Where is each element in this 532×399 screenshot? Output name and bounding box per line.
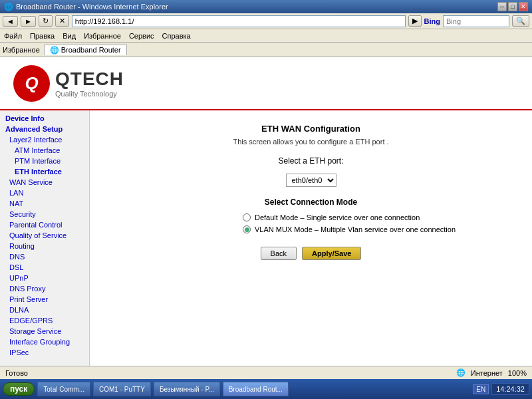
taskbar-putty[interactable]: COM1 - PuTTY [93,382,151,396]
eth-port-row: Select a ETH port: [110,156,512,166]
menu-tools[interactable]: Сервис [129,32,154,40]
tab-label: Broadband Router [61,46,121,54]
sidebar-item-dsl[interactable]: DSL [0,262,89,273]
radio-default-label: Default Mode – Single service over one c… [255,213,420,221]
zone-icon: 🌐 [456,368,466,377]
menu-edit[interactable]: Правка [30,32,55,40]
sidebar-item-parental-control[interactable]: Parental Control [0,219,89,230]
sidebar-item-routing[interactable]: Routing [0,241,89,251]
sidebar-item-advanced-setup[interactable]: Advanced Setup [0,124,89,134]
sidebar-item-layer2-interface[interactable]: Layer2 Interface [0,134,89,145]
eth-port-label: Select a ETH port: [278,156,343,166]
radio-default-icon[interactable] [243,213,251,221]
sidebar-item-device-info[interactable]: Device Info [0,113,89,124]
start-button[interactable]: пуск [3,382,35,396]
search-input[interactable] [443,15,509,27]
go-button[interactable]: ▶ [408,15,422,27]
minimize-button[interactable]: ─ [497,2,507,11]
bookmarks-label: Избранное [3,46,40,54]
main-layout: Device Info Advanced Setup Layer2 Interf… [0,110,532,379]
connection-mode-group: Default Mode – Single service over one c… [243,213,512,233]
taskbar-total-commander[interactable]: Total Comm... [37,382,90,396]
content-area: ETH WAN Configuration This screen allows… [90,110,532,379]
title-bar: 🌐 Broadband Router - Windows Internet Ex… [0,0,532,13]
back-nav-button[interactable]: ◄ [3,16,18,27]
eth-port-select[interactable]: eth0/eth0 eth0/eth1 eth1/eth0 [286,174,336,187]
bookmarks-bar: Избранное 🌐 Broadband Router [0,43,532,57]
content-title: ETH WAN Configuration [110,124,512,134]
sidebar-item-dns-proxy[interactable]: DNS Proxy [0,283,89,294]
company-subtitle: Quality Technology [55,90,124,98]
sidebar-item-nat[interactable]: NAT [0,198,89,209]
sidebar-item-security[interactable]: Security [0,209,89,219]
system-clock: 14:24:32 [491,383,529,395]
sidebar-item-ptm-interface[interactable]: PTM Interface [0,156,89,166]
sidebar-item-wan-service[interactable]: WAN Service [0,177,89,188]
title-bar-icon: 🌐 [4,3,13,11]
sidebar-item-dlna[interactable]: DLNA [0,305,89,315]
sidebar-item-lan[interactable]: LAN [0,188,89,198]
status-bar: Готово 🌐 Интернет 100% [0,366,532,379]
zoom-text: 100% [508,369,527,377]
search-button[interactable]: 🔍 [512,15,529,27]
sidebar-item-atm-interface[interactable]: ATM Interface [0,145,89,156]
sidebar-item-print-server[interactable]: Print Server [0,294,89,305]
status-text: Готово [5,369,28,377]
zone-text: Интернет [471,369,503,377]
radio-vlan-mux-mode[interactable]: VLAN MUX Mode – Multiple Vlan service ov… [243,225,456,233]
tab-icon: 🌐 [50,46,59,55]
sidebar-item-eth-interface[interactable]: ETH Interface [0,166,89,177]
close-button[interactable]: ✕ [519,2,528,11]
menu-file[interactable]: Файл [4,32,22,40]
taskbar-left: пуск Total Comm... COM1 - PuTTY Безымянн… [3,382,289,396]
language-indicator[interactable]: EN [473,384,489,394]
stop-button[interactable]: ✕ [55,15,69,27]
menu-favorites[interactable]: Избранное [84,32,121,40]
window-controls: ─ □ ✕ [497,2,528,11]
taskbar-broadband[interactable]: Broadband Rout... [223,382,289,396]
radio-vlan-label: VLAN MUX Mode – Multiple Vlan service ov… [255,225,456,233]
taskbar: пуск Total Comm... COM1 - PuTTY Безымянн… [0,379,532,399]
refresh-button[interactable]: ↻ [39,15,53,27]
logo-text: QTECH Quality Technology [55,68,124,98]
restore-button[interactable]: □ [508,2,517,11]
content-subtitle: This screen allows you to configure a ET… [110,138,512,146]
connection-mode-title: Select Connection Mode [110,198,512,207]
ie-toolbar: ◄ ► ↻ ✕ ▶ Bing 🔍 [0,13,532,29]
address-input[interactable] [72,15,406,27]
bing-logo: Bing [424,17,440,25]
eth-select-row: eth0/eth0 eth0/eth1 eth1/eth0 [110,174,512,187]
radio-vlan-icon[interactable] [243,225,251,233]
taskbar-right: EN 14:24:32 [473,383,529,395]
broadband-router-tab[interactable]: 🌐 Broadband Router [44,45,127,55]
radio-default-mode[interactable]: Default Mode – Single service over one c… [243,213,420,221]
forward-nav-button[interactable]: ► [21,16,36,27]
status-right: 🌐 Интернет 100% [456,368,527,377]
sidebar-item-upnp[interactable]: UPnP [0,273,89,283]
sidebar-item-qos[interactable]: Quality of Service [0,230,89,241]
sidebar: Device Info Advanced Setup Layer2 Interf… [0,110,90,379]
menu-view[interactable]: Вид [63,32,76,40]
apply-save-button[interactable]: Apply/Save [302,247,361,260]
taskbar-unnamed[interactable]: Безымянный - Р... [154,382,220,396]
sidebar-item-interface-grouping[interactable]: Interface Grouping [0,336,89,347]
sidebar-item-dns[interactable]: DNS [0,251,89,262]
sidebar-item-storage-service[interactable]: Storage Service [0,326,89,336]
menu-bar: Файл Правка Вид Избранное Сервис Справка [0,29,532,43]
logo-circle [13,65,50,102]
menu-help[interactable]: Справка [162,32,191,40]
back-button[interactable]: Back [261,247,297,260]
sidebar-item-edge-gprs[interactable]: EDGE/GPRS [0,315,89,326]
button-row: Back Apply/Save [110,247,512,260]
sidebar-item-ipsec[interactable]: IPSec [0,347,89,358]
title-bar-text: Broadband Router - Windows Internet Expl… [16,3,168,11]
company-name: QTECH [55,68,124,90]
router-header: QTECH Quality Technology [0,57,532,110]
